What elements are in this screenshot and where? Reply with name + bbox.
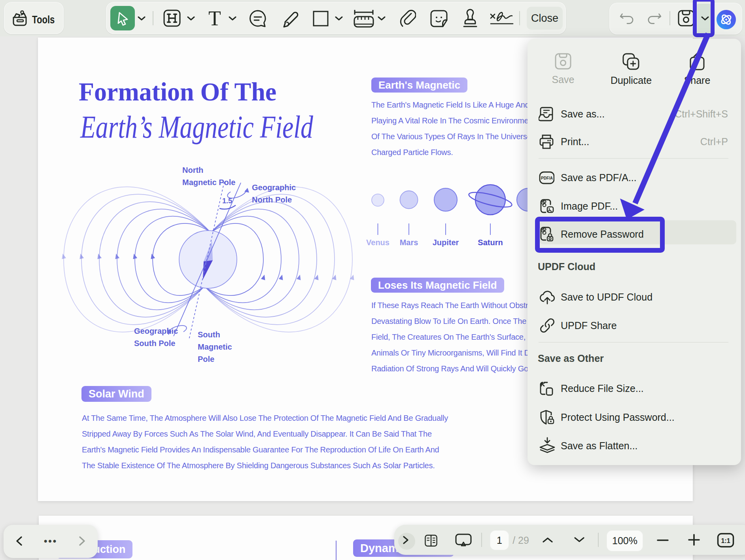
svg-text:1:1: 1:1 [721, 537, 730, 544]
svg-text:PDF/A: PDF/A [541, 176, 553, 180]
svg-text:T: T [208, 9, 221, 28]
